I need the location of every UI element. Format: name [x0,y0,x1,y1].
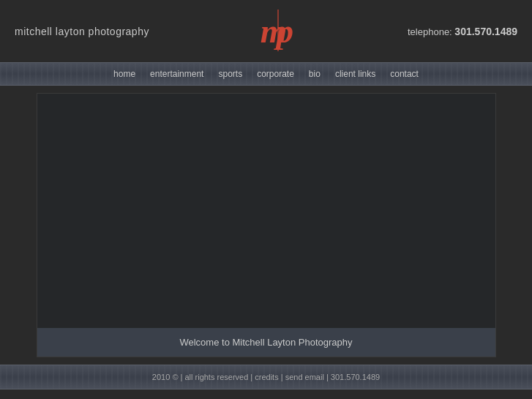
nav-corporate[interactable]: corporate [250,67,301,81]
header: mitchell layton photography m p telephon… [0,0,532,62]
footer-copyright-link[interactable]: all rights reserved [184,373,248,381]
nav-home[interactable]: home [106,67,143,81]
main-content: Welcome to Mitchell Layton Photography [0,86,532,365]
logo-icon: m p [256,7,300,54]
image-caption: Welcome to Mitchell Layton Photography [37,328,495,357]
site-title: mitchell layton photography [15,26,149,37]
nav-sports[interactable]: sports [211,67,250,81]
logo-container: m p [256,7,300,56]
footer: 2010 © | all rights reserved | credits |… [0,365,532,389]
footer-content: 2010 © | all rights reserved | credits |… [0,370,532,384]
nav-bio[interactable]: bio [301,67,328,81]
nav-contact[interactable]: contact [383,67,426,81]
nav-client-links[interactable]: client links [328,67,383,81]
footer-copyright-symbol: © [172,373,178,381]
phone-info: telephone: 301.570.1489 [408,26,517,37]
image-container: Welcome to Mitchell Layton Photography [37,93,496,357]
navigation: home entertainment sports corporate bio … [0,62,532,86]
footer-credits-link[interactable]: credits [255,373,278,381]
nav-entertainment[interactable]: entertainment [143,67,211,81]
footer-phone: 301.570.1489 [331,373,380,381]
phone-number: 301.570.1489 [454,26,517,37]
footer-send-email-link[interactable]: send email [285,373,324,381]
phone-label: telephone: [408,26,452,37]
main-image-area [37,94,495,328]
svg-text:p: p [274,11,294,49]
footer-year: 2010 [152,373,170,381]
